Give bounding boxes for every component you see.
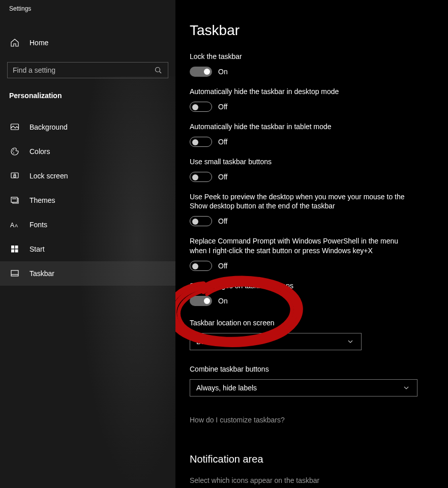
setting-autohide-desktop: Automatically hide the taskbar in deskto… [190, 87, 424, 112]
setting-lock-taskbar: Lock the taskbar On [190, 52, 424, 77]
svg-point-0 [156, 68, 160, 72]
toggle-state: Off [218, 217, 227, 225]
sidebar-nav: Background Colors [0, 115, 175, 286]
toggle-small-buttons[interactable] [190, 172, 212, 182]
home-label: Home [29, 39, 48, 47]
chevron-down-icon [346, 337, 355, 346]
sidebar-item-lockscreen[interactable]: Lock screen [0, 164, 175, 188]
setting-powershell: Replace Command Prompt with Windows Powe… [190, 236, 424, 271]
sidebar-item-taskbar[interactable]: Taskbar [0, 261, 175, 286]
page-title: Taskbar [190, 22, 448, 39]
dropdown-value: Bottom [196, 338, 219, 346]
setting-taskbar-location: Taskbar location on screen Bottom [190, 318, 424, 350]
svg-text:A: A [10, 222, 14, 229]
sidebar-item-label: Fonts [29, 221, 47, 229]
home-icon [10, 38, 19, 47]
toggle-state: On [218, 68, 228, 76]
window-title: Settings [0, 0, 175, 12]
start-icon [10, 245, 19, 254]
search-wrap [7, 62, 168, 78]
setting-autohide-tablet: Automatically hide the taskbar in tablet… [190, 122, 424, 147]
toggle-autohide-tablet[interactable] [190, 137, 212, 147]
sidebar-item-colors[interactable]: Colors [0, 139, 175, 164]
toggle-state: Off [218, 103, 227, 111]
background-icon [10, 123, 19, 132]
setting-label: Taskbar location on screen [190, 318, 424, 328]
search-input[interactable] [13, 66, 154, 74]
sidebar-item-themes[interactable]: Themes [0, 188, 175, 212]
svg-text:A: A [15, 223, 18, 228]
setting-label: Combine taskbar buttons [190, 364, 424, 374]
setting-label: Lock the taskbar [190, 52, 424, 62]
sidebar-item-label: Taskbar [29, 269, 54, 278]
toggle-badges[interactable] [190, 296, 212, 306]
toggle-state: Off [218, 138, 227, 146]
toggle-state: Off [218, 262, 227, 270]
svg-point-2 [12, 150, 13, 151]
sidebar-item-label: Colors [29, 147, 50, 156]
setting-label: Use Peek to preview the desktop when you… [190, 192, 408, 211]
svg-rect-7 [11, 197, 17, 202]
toggle-state: On [218, 297, 228, 305]
link-select-icons[interactable]: Select which icons appear on the taskbar [190, 476, 448, 484]
lockscreen-icon [10, 171, 19, 180]
notification-area-heading: Notification area [190, 453, 448, 465]
main-content: Taskbar Lock the taskbar On Automaticall… [175, 0, 448, 488]
sidebar: Settings Home Personalization [0, 0, 175, 488]
sidebar-item-start[interactable]: Start [0, 237, 175, 261]
themes-icon [10, 196, 19, 205]
svg-rect-11 [15, 246, 18, 249]
sidebar-item-label: Start [29, 245, 45, 253]
search-field[interactable] [7, 62, 168, 78]
dropdown-taskbar-location[interactable]: Bottom [190, 333, 362, 350]
search-icon [154, 66, 163, 75]
chevron-down-icon [402, 383, 411, 392]
sidebar-item-label: Themes [29, 196, 55, 204]
sidebar-item-background[interactable]: Background [0, 115, 175, 139]
category-heading: Personalization [0, 92, 175, 100]
toggle-autohide-desktop[interactable] [190, 102, 212, 112]
sidebar-item-label: Background [29, 123, 68, 131]
svg-point-3 [13, 149, 14, 150]
setting-label: Show badges on taskbar buttons [190, 281, 424, 291]
setting-label: Automatically hide the taskbar in tablet… [190, 122, 424, 132]
setting-badges: Show badges on taskbar buttons On [190, 281, 424, 306]
svg-rect-10 [11, 246, 14, 249]
dropdown-combine-buttons[interactable]: Always, hide labels [190, 379, 417, 396]
toggle-peek[interactable] [190, 216, 212, 226]
fonts-icon: A A [10, 220, 19, 229]
toggle-powershell[interactable] [190, 261, 212, 271]
setting-label: Automatically hide the taskbar in deskto… [190, 87, 424, 97]
svg-rect-14 [11, 270, 18, 276]
svg-rect-12 [11, 250, 14, 253]
dropdown-value: Always, hide labels [196, 384, 257, 392]
setting-label: Use small taskbar buttons [190, 157, 424, 167]
svg-rect-6 [14, 175, 16, 177]
sidebar-item-label: Lock screen [29, 172, 68, 180]
sidebar-item-fonts[interactable]: A A Fonts [0, 212, 175, 237]
svg-point-4 [13, 152, 14, 154]
setting-small-buttons: Use small taskbar buttons Off [190, 157, 424, 182]
setting-peek: Use Peek to preview the desktop when you… [190, 192, 424, 227]
toggle-lock-taskbar[interactable] [190, 67, 212, 77]
setting-combine-buttons: Combine taskbar buttons Always, hide lab… [190, 364, 424, 396]
home-nav-item[interactable]: Home [0, 33, 175, 53]
svg-rect-13 [15, 250, 18, 253]
taskbar-icon [10, 269, 19, 278]
setting-label: Replace Command Prompt with Windows Powe… [190, 236, 403, 256]
colors-icon [10, 147, 19, 156]
toggle-state: Off [218, 173, 227, 181]
help-link-customize[interactable]: How do I customize taskbars? [190, 416, 285, 424]
